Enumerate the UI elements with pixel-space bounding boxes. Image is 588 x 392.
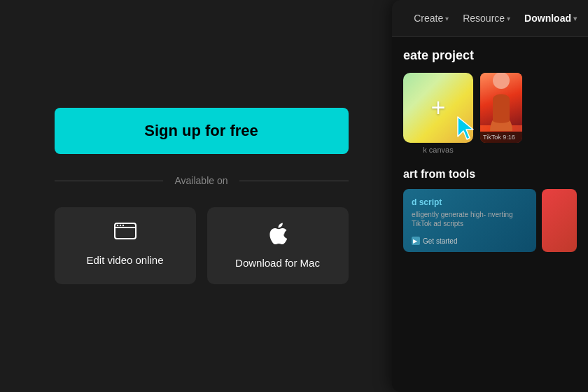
download-mac-label: Download for Mac [235,257,320,269]
edit-online-button[interactable]: Edit video online [55,207,196,284]
get-started-link[interactable]: ▶ Get started [412,237,457,245]
left-panel: Sign up for free Available on Edit video… [0,0,402,392]
svg-point-5 [493,73,510,89]
cursor-arrow [455,114,480,146]
script-tool-card[interactable]: d script elligently generate high- nvert… [403,189,536,252]
script-tool-desc: elligently generate high- nverting TikTo… [412,210,528,228]
create-project-title: eate project [403,48,577,63]
tiktok-card-image [480,73,522,125]
right-header: Create ▾ Resource ▾ Download ▾ [392,0,588,37]
available-on-section: Available on [55,175,349,186]
red-tool-card[interactable] [542,189,577,252]
tool-cards-row: d script elligently generate high- nvert… [403,189,577,252]
get-started-icon: ▶ [412,237,420,245]
tools-section: art from tools d script elligently gener… [403,168,577,252]
create-project-area: + k canvas [403,73,577,154]
script-tool-title: d script [412,197,528,207]
nav-create-label: Create [414,13,443,24]
nav-download[interactable]: Download ▾ [524,13,577,24]
available-on-label: Available on [174,175,227,186]
svg-point-3 [119,225,120,226]
tools-section-title: art from tools [403,168,577,181]
nav-create[interactable]: Create ▾ [414,13,449,24]
download-chevron-icon: ▾ [573,15,577,22]
canvas-label: k canvas [423,146,453,154]
platform-buttons-group: Edit video online Download for Mac [55,207,349,284]
edit-online-label: Edit video online [86,254,163,266]
signup-button[interactable]: Sign up for free [55,108,349,154]
right-main-content: eate project + k canvas [392,37,588,263]
svg-point-4 [122,225,123,226]
nav-download-label: Download [524,13,571,24]
nav-resource-label: Resource [463,13,505,24]
divider-right [239,181,349,181]
nav-resource[interactable]: Resource ▾ [463,13,510,24]
svg-point-2 [116,225,118,226]
create-new-card[interactable]: + [403,73,473,143]
svg-text:▶: ▶ [413,238,418,244]
create-chevron-icon: ▾ [445,15,449,22]
right-panel: Create ▾ Resource ▾ Download ▾ eate proj… [392,0,588,392]
browser-icon [114,223,136,247]
tiktok-card[interactable]: TikTok 9:16 [480,73,522,143]
tiktok-card-label: TikTok 9:16 [480,132,522,143]
divider-left [55,181,164,181]
download-mac-button[interactable]: Download for Mac [207,207,349,284]
get-started-label: Get started [423,237,457,245]
resource-chevron-icon: ▾ [507,15,510,22]
apple-icon [268,223,288,250]
create-plus-icon: + [430,93,445,122]
